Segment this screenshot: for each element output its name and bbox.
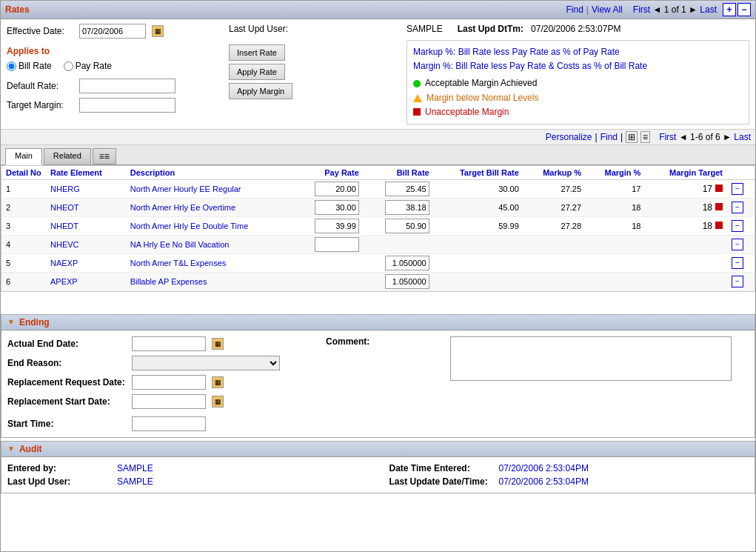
cell-pay-rate[interactable] xyxy=(293,272,364,290)
delete-row-button[interactable]: − xyxy=(732,220,743,232)
effective-date-input[interactable] xyxy=(79,24,146,39)
list-icon[interactable]: ≡ xyxy=(640,131,650,143)
cell-pay-rate[interactable] xyxy=(293,216,364,235)
cell-pay-rate[interactable] xyxy=(293,179,364,198)
th-target-bill-rate: Target Bill Rate xyxy=(434,166,523,180)
end-reason-select[interactable] xyxy=(132,356,280,370)
cell-pay-rate[interactable] xyxy=(293,253,364,272)
bill-rate-input[interactable] xyxy=(385,182,429,196)
cell-action[interactable]: − xyxy=(727,198,755,216)
bill-rate-input[interactable] xyxy=(385,200,429,215)
last-nav-link[interactable]: Last xyxy=(700,4,717,15)
cell-action[interactable]: − xyxy=(727,235,755,253)
next-table-icon[interactable]: ► xyxy=(723,132,732,142)
delete-row-button[interactable]: − xyxy=(732,239,743,250)
date-calendar-icon[interactable]: ▦ xyxy=(152,25,164,37)
insert-rate-button[interactable]: Insert Rate xyxy=(229,44,285,61)
replacement-request-label: Replacement Request Date: xyxy=(7,377,126,388)
comment-textarea[interactable] xyxy=(450,336,732,381)
actual-end-date-input[interactable] xyxy=(132,336,206,351)
date-entered-label: Date Time Entered: xyxy=(389,463,493,473)
end-date-cal-icon[interactable]: ▦ xyxy=(212,338,224,350)
tab-related[interactable]: Related xyxy=(44,148,91,164)
find-bar-link[interactable]: Find xyxy=(601,132,618,142)
delete-row-button[interactable]: − xyxy=(732,202,743,213)
replacement-start-cal-icon[interactable]: ▦ xyxy=(212,396,224,408)
tab-extra-icon[interactable]: ≡≡ xyxy=(93,148,116,164)
replacement-request-input[interactable] xyxy=(132,375,206,390)
cell-action[interactable]: − xyxy=(727,179,755,198)
red-label: Unacceptable Margin xyxy=(425,105,509,119)
audit-title: Audit xyxy=(19,444,42,454)
cell-margin-target: 18 xyxy=(645,198,727,216)
cell-pay-rate[interactable] xyxy=(293,198,364,216)
cell-no: 6 xyxy=(1,272,46,290)
last-table-link[interactable]: Last xyxy=(734,132,751,142)
cell-bill-rate[interactable] xyxy=(364,179,434,198)
cell-markup: 27.27 xyxy=(523,198,586,216)
replacement-start-input[interactable] xyxy=(132,394,206,409)
delete-row-button[interactable]: − xyxy=(732,276,743,287)
view-all-link[interactable]: View All xyxy=(592,4,623,15)
delete-row-button[interactable]: − xyxy=(732,257,743,269)
cell-action[interactable]: − xyxy=(727,272,755,290)
pay-rate-radio[interactable] xyxy=(64,61,73,71)
cell-bill-rate[interactable] xyxy=(364,198,434,216)
prev-table-icon[interactable]: ◄ xyxy=(679,132,688,142)
grid-icon[interactable]: ⊞ xyxy=(626,131,638,143)
bill-rate-input[interactable] xyxy=(385,274,429,289)
cell-bill-rate[interactable] xyxy=(364,253,434,272)
audit-last-upd-value: SAMPLE xyxy=(117,476,153,487)
bill-rate-input[interactable] xyxy=(385,256,429,270)
replacement-request-cal-icon[interactable]: ▦ xyxy=(212,376,224,388)
target-margin-input[interactable] xyxy=(79,98,175,113)
start-time-input[interactable] xyxy=(132,416,206,431)
cell-pay-rate[interactable] xyxy=(293,235,364,253)
end-reason-label: End Reason: xyxy=(7,358,126,368)
prev-icon[interactable]: ◄ xyxy=(652,4,661,15)
cell-bill-rate[interactable] xyxy=(364,272,434,290)
tab-main[interactable]: Main xyxy=(5,148,42,165)
th-bill-rate: Bill Rate xyxy=(364,166,434,180)
applies-to-label: Applies to xyxy=(7,46,50,56)
cell-margin: 18 xyxy=(586,198,645,216)
next-icon[interactable]: ► xyxy=(689,4,698,15)
rates-title: Rates xyxy=(5,4,30,15)
pay-rate-radio-label[interactable]: Pay Rate xyxy=(64,61,112,71)
cell-rate-element: NAEXP xyxy=(46,253,126,272)
pay-rate-input[interactable] xyxy=(315,200,359,215)
bill-rate-radio-label[interactable]: Bill Rate xyxy=(7,61,52,71)
cell-action[interactable]: − xyxy=(727,253,755,272)
first-table-link[interactable]: First xyxy=(659,132,676,142)
personalize-link[interactable]: Personalize xyxy=(546,132,592,142)
remove-row-button[interactable]: − xyxy=(737,3,751,16)
red-dot xyxy=(413,108,421,116)
cell-description: North Amer T&L Expenses xyxy=(126,253,293,272)
find-link[interactable]: Find xyxy=(566,4,583,15)
cell-bill-rate[interactable] xyxy=(364,235,434,253)
cell-description: North Amer Hrly Ee Overtime xyxy=(126,198,293,216)
default-rate-input[interactable] xyxy=(79,79,175,93)
apply-margin-button[interactable]: Apply Margin xyxy=(229,83,292,99)
cell-action[interactable]: − xyxy=(727,216,755,235)
delete-row-button[interactable]: − xyxy=(732,183,743,195)
table-row: 1NHERGNorth Amer Hourly EE Regular30.002… xyxy=(1,179,755,198)
entered-by-value: SAMPLE xyxy=(117,463,153,473)
pay-rate-input[interactable] xyxy=(315,219,359,233)
cell-target-bill-rate: 45.00 xyxy=(434,198,523,216)
cell-markup xyxy=(523,272,586,290)
table-row: 2NHEOTNorth Amer Hrly Ee Overtime45.0027… xyxy=(1,198,755,216)
cell-bill-rate[interactable] xyxy=(364,216,434,235)
cell-rate-element: NHERG xyxy=(46,179,126,198)
add-row-button[interactable]: + xyxy=(723,3,736,16)
cell-markup xyxy=(523,235,586,253)
apply-rate-button[interactable]: Apply Rate xyxy=(229,64,285,80)
cell-rate-element: APEXP xyxy=(46,272,126,290)
bill-rate-input[interactable] xyxy=(385,219,429,233)
bill-rate-radio[interactable] xyxy=(7,61,16,71)
cell-margin: 17 xyxy=(586,179,645,198)
entered-by-label: Entered by: xyxy=(7,463,111,473)
pay-rate-input[interactable] xyxy=(315,182,359,196)
first-nav-link[interactable]: First xyxy=(633,4,650,15)
pay-rate-input[interactable] xyxy=(315,237,359,252)
